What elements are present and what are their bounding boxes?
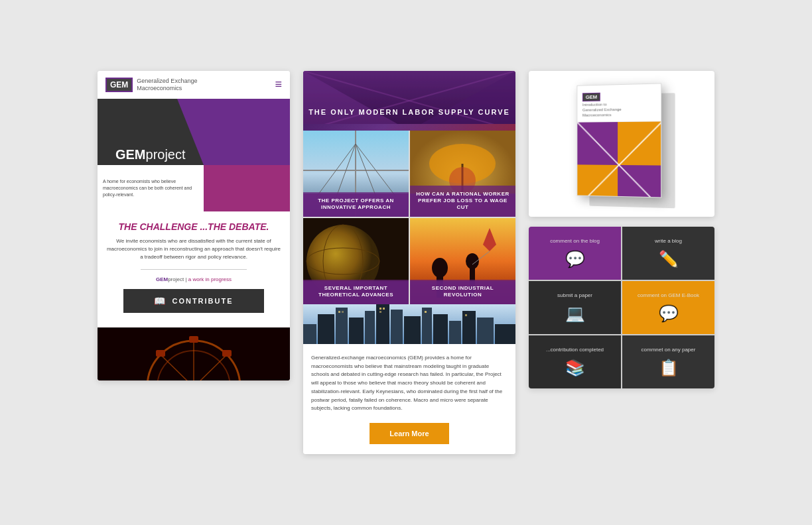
panel-right: GEM Introduction to Generalized Exchange…: [529, 71, 714, 388]
gem-link-gem: GEM: [156, 276, 168, 282]
contribute-label: CONTRIBUTE: [172, 297, 233, 305]
gem-logo-text: Generalized Exchange Macroeconomics: [137, 78, 197, 92]
desc-overlay: [204, 165, 291, 211]
panel-grid: THE ONLY MODERN LABOR SUPPLY CURVE: [303, 71, 515, 455]
article-text-3: SEVERAL IMPORTANT THEORETICAL ADVANCES: [308, 285, 403, 299]
article-text-4: SECOND INDUSTRIAL REVOLUTION: [415, 285, 510, 299]
actions-grid: comment on the blog 💬 write a blog ✏️ su…: [529, 227, 714, 388]
hero-title: GEMproject: [115, 147, 186, 162]
article-overlay-3: SEVERAL IMPORTANT THEORETICAL ADVANCES: [303, 280, 409, 304]
svg-rect-63: [379, 311, 381, 313]
comment-paper-icon: 📋: [659, 359, 679, 377]
action-label-comment-ebook: comment on GEM E-Book: [638, 292, 699, 299]
svg-line-69: [577, 122, 661, 198]
desc-text: A home for economists who believe macroe…: [103, 178, 198, 198]
svg-rect-19: [303, 71, 515, 124]
svg-rect-60: [495, 324, 515, 344]
book-cover-design: [577, 122, 661, 198]
action-cell-contribution[interactable]: ...contribution completed 📚: [529, 335, 621, 388]
phone-bottom-image: [98, 327, 290, 380]
action-label-contribution: ...contribution completed: [546, 347, 604, 353]
svg-rect-57: [449, 321, 461, 344]
ferris-wheel-svg: [98, 327, 290, 380]
grid-text-section: Generalized-exchange macroeconomics (GEM…: [303, 344, 515, 455]
article-text-1: THE PROJECT OFFERS AN INNOVATIVE APPROAC…: [308, 198, 403, 211]
svg-rect-65: [342, 311, 344, 313]
comment-ebook-icon: 💬: [659, 304, 679, 323]
action-cell-submit-paper[interactable]: submit a paper 💻: [529, 281, 621, 334]
book-cover: GEM Introduction to Generalized Exchange…: [576, 83, 661, 198]
svg-rect-13: [98, 327, 290, 380]
article-card-4[interactable]: SECOND INDUSTRIAL REVOLUTION: [410, 218, 515, 304]
svg-point-40: [432, 258, 448, 278]
action-cell-comment-paper[interactable]: commnet on any paper 📋: [622, 335, 714, 388]
article-card-1[interactable]: THE PROJECT OFFERS AN INNOVATIVE APPROAC…: [303, 131, 409, 217]
phone-challenge: THE CHALLENGE ...THE DEBATE. We invite e…: [98, 211, 290, 320]
challenge-title: THE CHALLENGE ...THE DEBATE.: [105, 221, 282, 232]
svg-rect-48: [318, 314, 334, 344]
comment-blog-icon: 💬: [565, 250, 585, 268]
svg-rect-47: [303, 324, 316, 344]
article-text-2: HOW CAN A RATIONAL WORKER PREFER JOB LOS…: [415, 191, 510, 211]
svg-rect-59: [477, 318, 494, 344]
grid-top-banner: THE ONLY MODERN LABOR SUPPLY CURVE: [303, 71, 515, 131]
svg-rect-67: [465, 314, 467, 316]
city-image: [303, 304, 515, 344]
action-label-comment-paper: commnet on any paper: [642, 347, 696, 353]
challenge-text: We invite economists who are dissatisfie…: [105, 237, 282, 261]
svg-rect-52: [376, 304, 389, 344]
svg-rect-49: [336, 308, 348, 344]
action-label-comment-blog: comment on the blog: [550, 238, 600, 245]
main-container: GEM Generalized Exchange Macroeconomics …: [78, 51, 734, 475]
write-blog-icon: ✏️: [659, 250, 679, 268]
articles-grid: THE PROJECT OFFERS AN INNOVATIVE APPROAC…: [303, 131, 515, 304]
article-overlay-4: SECOND INDUSTRIAL REVOLUTION: [410, 280, 515, 304]
divider: [141, 269, 247, 270]
learn-more-button[interactable]: Learn More: [370, 423, 448, 444]
action-label-submit-paper: submit a paper: [557, 292, 592, 299]
book-panel: GEM Introduction to Generalized Exchange…: [529, 71, 714, 217]
svg-rect-56: [433, 314, 448, 344]
submit-paper-icon: 💻: [565, 304, 585, 323]
svg-rect-64: [338, 311, 340, 313]
article-overlay-1: THE PROJECT OFFERS AN INNOVATIVE APPROAC…: [303, 192, 409, 217]
svg-rect-53: [391, 310, 403, 344]
gem-link: GEMproject | a work in progress: [105, 276, 282, 282]
svg-rect-55: [422, 308, 432, 344]
city-svg: [303, 304, 515, 344]
article-overlay-2: HOW CAN A RATIONAL WORKER PREFER JOB LOS…: [410, 186, 515, 217]
banner-bg: THE ONLY MODERN LABOR SUPPLY CURVE: [303, 71, 515, 124]
svg-line-68: [577, 122, 661, 198]
svg-rect-50: [349, 318, 364, 344]
hero-triangle: [177, 99, 204, 165]
svg-rect-54: [404, 316, 421, 344]
phone-hero: GEMproject A home for economists who bel…: [98, 99, 290, 211]
phone-header: GEM Generalized Exchange Macroeconomics …: [98, 71, 290, 99]
hamburger-icon[interactable]: ≡: [275, 78, 282, 91]
action-cell-write-blog[interactable]: write a blog ✏️: [622, 227, 714, 280]
banner-text: THE ONLY MODERN LABOR SUPPLY CURVE: [303, 108, 515, 116]
svg-rect-61: [379, 308, 381, 310]
book-gem-logo-box: GEM: [582, 92, 600, 101]
article-card-3[interactable]: SEVERAL IMPORTANT THEORETICAL ADVANCES: [303, 218, 409, 304]
gem-logo: GEM Generalized Exchange Macroeconomics: [105, 78, 197, 92]
book-title: Introduction to Generalized Exchange Mac…: [582, 101, 655, 118]
svg-rect-66: [425, 311, 427, 313]
svg-rect-51: [365, 311, 375, 344]
book-mockup: GEM Introduction to Generalized Exchange…: [576, 83, 668, 205]
book-cover-header: GEM Introduction to Generalized Exchange…: [577, 84, 661, 123]
book-design-svg: [577, 122, 661, 198]
action-cell-comment-blog[interactable]: comment on the blog 💬: [529, 227, 621, 280]
svg-rect-58: [462, 311, 476, 344]
action-cell-comment-ebook[interactable]: comment on GEM E-Book 💬: [622, 281, 714, 334]
banner-image: [303, 71, 515, 124]
book-icon: 📖: [154, 296, 167, 306]
grid-description: Generalized-exchange macroeconomics (GEM…: [311, 354, 508, 414]
contribute-button[interactable]: 📖 CONTRIBUTE: [123, 289, 265, 313]
action-label-write-blog: write a blog: [655, 238, 682, 245]
article-card-2[interactable]: HOW CAN A RATIONAL WORKER PREFER JOB LOS…: [410, 131, 515, 217]
panel-phone: GEM Generalized Exchange Macroeconomics …: [98, 71, 290, 380]
actions-panel: comment on the blog 💬 write a blog ✏️ su…: [529, 227, 714, 388]
gem-link-progress: a work in progress: [188, 276, 232, 282]
svg-rect-62: [383, 308, 385, 310]
